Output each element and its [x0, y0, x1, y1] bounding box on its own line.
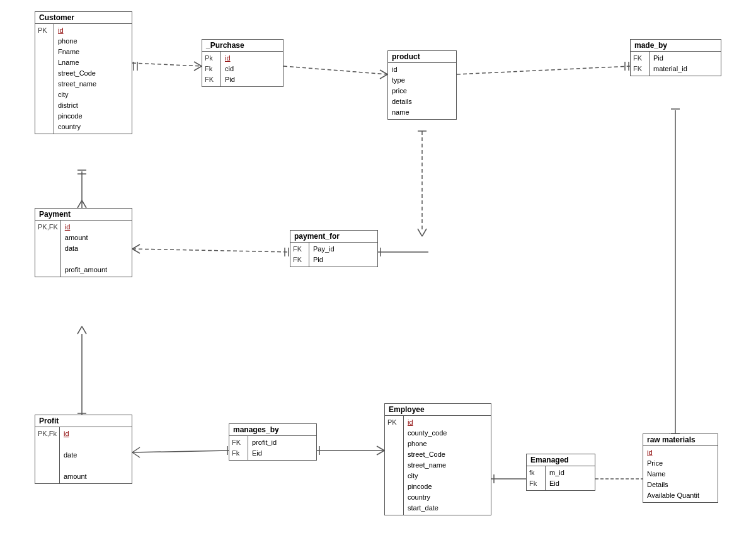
svg-line-2	[194, 66, 202, 71]
svg-line-13	[418, 229, 422, 236]
emanaged-entity: Emanaged fk Fk m_id Eid	[526, 454, 595, 491]
product-title: product	[388, 51, 456, 63]
svg-line-35	[132, 447, 140, 452]
profit-fields: id date amount	[60, 427, 91, 483]
svg-line-31	[82, 326, 86, 334]
made-by-entity: made_by FK FK Pid material_id	[630, 39, 721, 76]
payment-fields: id amount data profit_amount	[61, 221, 111, 277]
svg-line-17	[132, 244, 140, 249]
svg-line-9	[457, 66, 630, 74]
purchase-fields: id cid Pid	[221, 52, 239, 86]
made-by-fields: Pid material_id	[650, 52, 691, 76]
svg-line-42	[377, 446, 384, 451]
employee-keys: PK	[385, 416, 404, 515]
customer-entity: Customer PK id phone Fname Lname str	[35, 11, 132, 134]
product-entity: product id type price details name	[387, 50, 457, 120]
made-by-keys: FK FK	[631, 52, 650, 76]
svg-line-36	[132, 452, 140, 457]
emanaged-fields: m_id Eid	[546, 466, 568, 490]
purchase-title: _Purchase	[202, 40, 283, 52]
purchase-entity: _Purchase Pk Fk FK id cid Pid	[202, 39, 284, 87]
purchase-keys: Pk Fk FK	[202, 52, 221, 86]
svg-line-0	[132, 63, 202, 66]
payment-for-entity: payment_for FK FK Pay_id Pid	[290, 230, 378, 267]
profit-keys: PK,Fk	[35, 427, 60, 483]
manages-by-keys: FK Fk	[229, 436, 248, 460]
raw-materials-fields: id Price Name Details Available Quantit	[643, 446, 718, 502]
svg-line-6	[380, 70, 387, 74]
raw-materials-title: raw materials	[643, 434, 718, 446]
manages-by-fields: profit_id Eid	[248, 436, 280, 460]
svg-line-1	[194, 62, 202, 66]
made-by-title: made_by	[631, 40, 721, 52]
svg-line-5	[284, 66, 387, 74]
svg-line-30	[77, 326, 82, 334]
emanaged-keys: fk Fk	[527, 466, 546, 490]
payment-for-title: payment_for	[290, 231, 377, 243]
svg-line-27	[77, 200, 82, 208]
svg-line-43	[377, 451, 384, 455]
emanaged-title: Emanaged	[527, 454, 595, 466]
payment-keys: PK,FK	[35, 221, 61, 277]
profit-entity: Profit PK,Fk id date amount	[35, 415, 132, 484]
employee-entity: Employee PK id county_code phone street_…	[384, 403, 491, 515]
raw-materials-entity: raw materials id Price Name Details Avai…	[643, 434, 718, 503]
svg-line-16	[132, 249, 290, 252]
manages-by-title: manages_by	[229, 424, 316, 436]
svg-line-18	[132, 249, 140, 253]
customer-keys: PK	[35, 24, 54, 134]
diagram-container: Customer PK id phone Fname Lname str	[0, 0, 756, 557]
customer-title: Customer	[35, 12, 132, 24]
payment-for-fields: Pay_id Pid	[309, 243, 338, 267]
employee-title: Employee	[385, 404, 491, 416]
profit-title: Profit	[35, 415, 132, 427]
payment-entity: Payment PK,FK id amount data profit_amou…	[35, 208, 132, 277]
manages-by-entity: manages_by FK Fk profit_id Eid	[229, 423, 317, 461]
svg-line-28	[82, 200, 86, 208]
svg-line-34	[132, 451, 229, 452]
customer-fields: id phone Fname Lname street_Code street_…	[54, 24, 100, 134]
payment-title: Payment	[35, 209, 132, 221]
product-fields: id type price details name	[388, 63, 456, 119]
svg-line-14	[422, 229, 427, 236]
svg-line-7	[380, 74, 387, 79]
payment-for-keys: FK FK	[290, 243, 309, 267]
employee-fields: id county_code phone street_Code street_…	[404, 416, 450, 515]
